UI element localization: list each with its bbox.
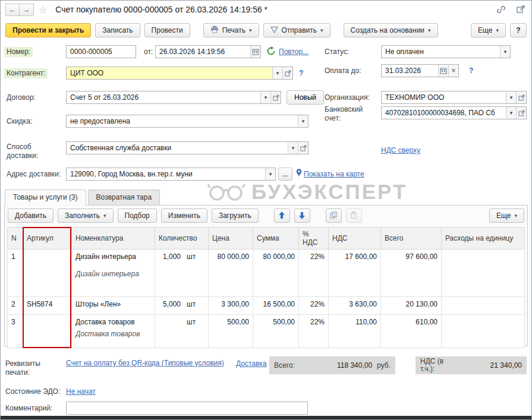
cell-expenses[interactable]	[442, 250, 525, 297]
cell-quantity[interactable]: 5,000шт	[155, 297, 209, 315]
status-field[interactable]: Не оплачен ▾	[381, 45, 511, 58]
fill-button[interactable]: Заполнить▾	[58, 209, 113, 223]
add-row-button[interactable]: Добавить	[8, 209, 53, 223]
tab-returnable-tare[interactable]: Возвратная тара	[88, 190, 160, 205]
edo-state-link[interactable]: Не начат	[66, 387, 96, 396]
move-row-down-button[interactable]	[294, 209, 310, 223]
cell-n[interactable]: 3	[8, 315, 23, 348]
cell-vat-rate[interactable]: 22%	[299, 297, 329, 315]
delivery-method-dropdown-icon[interactable]: ▾	[288, 142, 298, 154]
cell-article[interactable]: SH5874	[23, 297, 72, 315]
print-form-link[interactable]: Счет на оплату без QR-кода (Типовые усло…	[66, 358, 228, 368]
organization-open-icon[interactable]	[516, 91, 526, 103]
cell-expenses[interactable]	[442, 297, 525, 315]
delivery-address-more-button[interactable]: ...	[278, 168, 292, 181]
col-header-nomenclature[interactable]: Номенклатура	[72, 228, 155, 250]
cell-article[interactable]	[23, 315, 72, 348]
show-on-map-link[interactable]: Показать на карте	[304, 170, 364, 178]
cell-sum[interactable]: 80 000,00	[253, 250, 299, 297]
cell-total[interactable]: 97 600,00	[381, 250, 442, 297]
cell-vat[interactable]: 110,00	[329, 315, 381, 348]
paste-rows-button[interactable]	[346, 209, 362, 223]
delivery-method-field[interactable]: Собственная служба доставки ▾	[66, 141, 309, 154]
print-button[interactable]: Печать ▾	[203, 23, 259, 37]
contract-field[interactable]: Счет 5 от 26.03.2026 ▾	[66, 91, 281, 104]
cell-price[interactable]: 500,00	[209, 315, 253, 348]
cell-expenses[interactable]	[442, 315, 525, 348]
move-row-up-button[interactable]	[274, 209, 290, 223]
repeat-icon[interactable]	[266, 46, 276, 58]
comment-input[interactable]	[66, 402, 308, 415]
pay-until-field[interactable]: 31.03.2026 ×	[381, 64, 459, 77]
table-row-1[interactable]: 1 Дизайн интерьера Дизайн интерьера 1,00…	[8, 250, 525, 297]
get-link-icon[interactable]	[496, 5, 506, 14]
calendar-icon[interactable]	[250, 46, 260, 58]
cell-nomenclature[interactable]: Дизайн интерьера Дизайн интерьера	[72, 250, 155, 297]
col-header-total[interactable]: Всего	[381, 228, 442, 250]
cell-quantity[interactable]: шт	[155, 315, 209, 348]
cell-n[interactable]: 2	[8, 297, 23, 315]
edit-button[interactable]: Изменить	[161, 209, 207, 223]
cell-n[interactable]: 1	[8, 250, 23, 297]
pay-until-help-mark[interactable]: ?	[469, 67, 473, 75]
discount-field[interactable]: не предоставлена ▾	[66, 115, 309, 128]
favorite-star-icon[interactable]: ☆	[39, 4, 47, 15]
write-button[interactable]: Записать	[95, 23, 140, 37]
open-in-new-window-icon[interactable]	[517, 5, 525, 14]
vat-mode-link[interactable]: НДС сверху	[381, 146, 420, 154]
cell-sum[interactable]: 16 500,00	[253, 297, 299, 315]
forward-button[interactable]: →	[20, 4, 34, 16]
counterparty-open-icon[interactable]	[282, 67, 292, 79]
cell-sum[interactable]: 500,00	[253, 315, 299, 348]
table-row-3[interactable]: 3 Доставка товаров Доставка товаров шт 5…	[8, 315, 525, 348]
cell-nomenclature[interactable]: Шторы «Лен»	[72, 297, 155, 315]
items-more-button[interactable]: Еще▾	[489, 209, 524, 223]
col-header-article[interactable]: Артикул	[23, 228, 72, 250]
cell-vat-rate[interactable]: 22%	[299, 250, 329, 297]
bank-account-dropdown-icon[interactable]: ▾	[506, 107, 516, 119]
cell-price[interactable]: 3 300,00	[209, 297, 253, 315]
pick-button[interactable]: Подбор	[118, 209, 157, 223]
contract-dropdown-icon[interactable]: ▾	[260, 91, 270, 103]
col-header-n[interactable]: N	[8, 228, 23, 250]
date-field[interactable]: 26.03.2026 14:19:56	[155, 45, 261, 58]
contract-open-icon[interactable]	[270, 91, 281, 103]
cell-price[interactable]: 80 000,00	[209, 250, 253, 297]
counterparty-dropdown-icon[interactable]: ▾	[272, 67, 282, 79]
send-button[interactable]: Отправить ▾	[263, 23, 330, 37]
col-header-vat[interactable]: НДС	[329, 228, 381, 250]
delivery-method-open-icon[interactable]	[298, 142, 308, 154]
organization-dropdown-icon[interactable]: ▾	[506, 91, 516, 103]
cell-quantity[interactable]: 1,000шт	[155, 250, 209, 297]
copy-rows-button[interactable]	[326, 209, 342, 223]
cell-article[interactable]	[23, 250, 72, 297]
cell-total[interactable]: 610,00	[381, 315, 442, 348]
counterparty-help-mark[interactable]: ?	[299, 69, 303, 77]
col-header-price[interactable]: Цена	[209, 228, 253, 250]
repeat-link[interactable]: Повтор...	[279, 48, 309, 56]
help-button[interactable]: ?	[510, 23, 527, 37]
more-button[interactable]: Еще ▾	[471, 23, 506, 37]
back-button[interactable]: ←	[5, 4, 20, 16]
post-and-close-button[interactable]: Провести и закрыть	[5, 23, 91, 37]
tab-goods-and-services[interactable]: Товары и услуги (3)	[5, 190, 86, 206]
pay-until-calendar-icon[interactable]	[438, 65, 448, 77]
counterparty-field[interactable]: ЦИТ ООО ▾	[66, 67, 293, 80]
bank-account-field[interactable]: 40702810100000034698, ПАО Сб ▾	[381, 106, 527, 119]
delivery-link[interactable]: Доставка	[236, 359, 267, 368]
new-contract-button[interactable]: Новый	[287, 90, 324, 105]
cell-vat-rate[interactable]: 22%	[299, 315, 329, 348]
cell-total[interactable]: 20 130,00	[381, 297, 442, 315]
bank-account-open-icon[interactable]	[516, 107, 526, 119]
delivery-address-dropdown-icon[interactable]: ▾	[265, 168, 275, 180]
table-row-2[interactable]: 2 SH5874 Шторы «Лен» 5,000шт 3 300,00 16…	[8, 297, 525, 315]
load-button[interactable]: Загрузить	[212, 209, 259, 223]
number-field[interactable]: 0000-000005	[66, 45, 136, 58]
create-on-basis-button[interactable]: Создать на основании ▾	[344, 23, 438, 37]
cell-vat[interactable]: 17 600,00	[329, 250, 381, 297]
status-dropdown-icon[interactable]: ▾	[500, 46, 510, 58]
cell-nomenclature[interactable]: Доставка товаров Доставка товаров	[72, 315, 155, 348]
col-header-sum[interactable]: Сумма	[253, 228, 299, 250]
cell-vat[interactable]: 3 630,00	[329, 297, 381, 315]
col-header-vat-rate[interactable]: % НДС	[299, 228, 329, 250]
